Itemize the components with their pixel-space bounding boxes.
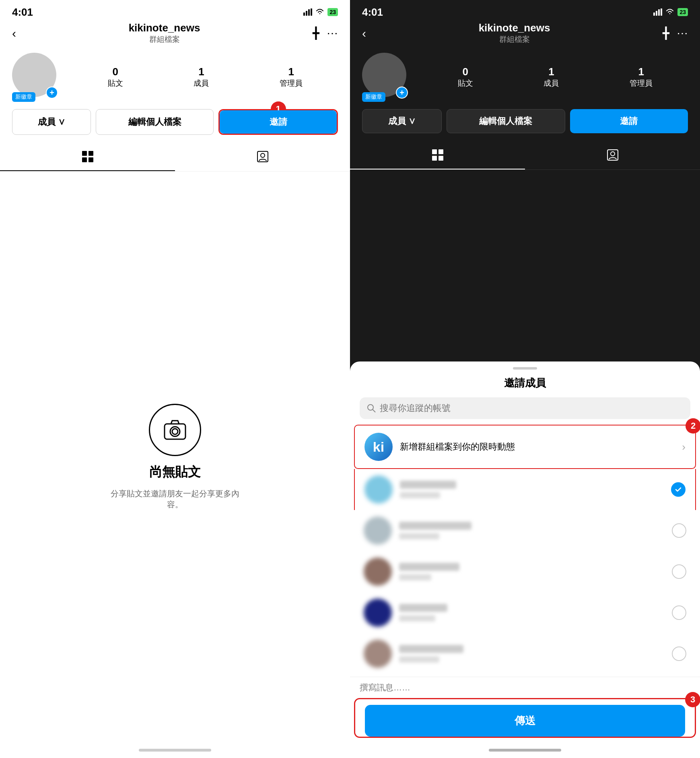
right-invite-button[interactable]: 邀請: [570, 109, 688, 133]
contact-info-1: [400, 481, 664, 498]
right-stat-members-num: 1: [548, 66, 554, 78]
right-profile-header: ‹ kikinote_news 群組檔案 ╋ ⋯: [350, 22, 700, 47]
right-person-icon: [606, 149, 619, 161]
sheet-search[interactable]: [360, 397, 690, 419]
right-home-bar: [489, 749, 561, 752]
right-back-button[interactable]: ‹: [362, 27, 366, 40]
right-stat-members: 1 成員: [544, 66, 559, 89]
right-new-badge: 新徽章: [362, 92, 385, 102]
left-member-button[interactable]: 成員 ∨: [12, 109, 91, 135]
left-home-indicator: [0, 742, 350, 758]
left-avatar-plus[interactable]: +: [46, 87, 58, 99]
contact-row-1[interactable]: [354, 469, 696, 510]
radio-checked-1[interactable]: [671, 482, 686, 497]
right-more-button[interactable]: ⋯: [677, 27, 688, 40]
add-story-row[interactable]: ki 新增群組檔案到你的限時動態 › 2: [354, 425, 696, 469]
svg-rect-1: [306, 11, 307, 16]
wifi-icon: [315, 9, 324, 15]
back-button[interactable]: ‹: [12, 27, 16, 40]
chevron-right-icon: ›: [682, 441, 686, 453]
svg-rect-18: [439, 149, 443, 154]
svg-rect-2: [308, 9, 310, 16]
left-stat-members-label: 成員: [194, 78, 209, 89]
right-wifi-icon: [665, 9, 674, 15]
contact-sub-5: [399, 656, 439, 663]
contact-name-2: [399, 522, 471, 530]
add-button[interactable]: ╋: [313, 27, 319, 40]
radio-2[interactable]: [672, 523, 686, 538]
left-status-icons: 23: [303, 8, 338, 16]
svg-point-12: [172, 429, 178, 434]
battery-icon: 23: [327, 8, 338, 16]
left-stat-posts: 0 貼文: [108, 66, 123, 89]
right-stat-admins-label: 管理員: [630, 78, 653, 89]
right-stat-posts-num: 0: [463, 66, 468, 78]
contact-sub-3: [399, 574, 431, 580]
camera-icon: [163, 419, 187, 441]
step-badge-2: 2: [686, 418, 700, 434]
left-invite-button[interactable]: 邀請: [220, 110, 337, 134]
right-stat-admins: 1 管理員: [630, 66, 653, 89]
right-status-bar: 4:01 23: [350, 0, 700, 22]
svg-rect-4: [82, 151, 87, 156]
left-action-buttons: 成員 ∨ 編輯個人檔案 1 邀請: [0, 105, 350, 139]
contact-row-2[interactable]: [354, 510, 696, 551]
left-subtitle: 群組檔案: [16, 34, 313, 45]
step-badge-3: 3: [685, 692, 700, 707]
left-stat-admins-label: 管理員: [280, 78, 303, 89]
radio-5[interactable]: [672, 646, 686, 661]
message-input-row: [350, 677, 700, 698]
right-stat-posts: 0 貼文: [458, 66, 473, 89]
camera-circle: [149, 404, 201, 456]
message-input[interactable]: [360, 683, 690, 692]
right-edit-button[interactable]: 編輯個人檔案: [447, 109, 565, 133]
contact-info-5: [399, 645, 665, 663]
svg-rect-19: [432, 156, 437, 161]
right-panel: 4:01 23 ‹ kikinote_news 群組檔案 ╋ ⋯ 新徽章 +: [350, 0, 700, 758]
left-new-badge: 新徽章: [12, 92, 35, 102]
left-tab-grid[interactable]: [0, 143, 175, 171]
left-status-bar: 4:01 23: [0, 0, 350, 22]
svg-rect-0: [303, 12, 305, 16]
left-avatar-wrap: 新徽章 +: [12, 53, 60, 101]
left-stat-members: 1 成員: [194, 66, 209, 89]
right-tab-tagged[interactable]: [525, 141, 700, 169]
contact-row-3[interactable]: [354, 551, 696, 592]
left-time: 4:01: [12, 6, 33, 19]
left-stat-admins: 1 管理員: [280, 66, 303, 89]
svg-rect-17: [432, 149, 437, 154]
left-header-top: ‹ kikinote_news 群組檔案 ╋ ⋯: [12, 22, 338, 45]
contact-avatar-1: [364, 475, 393, 504]
contact-row-4[interactable]: [354, 592, 696, 633]
svg-rect-20: [439, 156, 443, 161]
right-tab-grid[interactable]: [350, 141, 525, 169]
left-username: kikinote_news: [16, 22, 313, 34]
svg-line-24: [373, 409, 375, 412]
right-home-indicator: [350, 742, 700, 758]
svg-point-9: [261, 153, 265, 157]
svg-rect-7: [89, 157, 93, 162]
left-tab-tagged[interactable]: [175, 143, 350, 171]
left-invite-highlight: 1 邀請: [218, 109, 338, 135]
signal-icon: [303, 8, 312, 16]
right-member-button[interactable]: 成員 ∨: [362, 109, 442, 133]
left-edit-button[interactable]: 編輯個人檔案: [96, 109, 214, 135]
right-stat-posts-label: 貼文: [458, 78, 473, 89]
contact-sub-2: [399, 533, 439, 539]
search-input[interactable]: [380, 403, 683, 413]
right-add-button[interactable]: ╋: [663, 27, 669, 40]
svg-rect-6: [82, 157, 87, 162]
contact-info-2: [399, 522, 665, 539]
more-button[interactable]: ⋯: [327, 27, 338, 40]
radio-3[interactable]: [672, 564, 686, 579]
right-stat-admins-num: 1: [638, 66, 644, 78]
svg-rect-3: [311, 8, 312, 16]
person-icon: [256, 150, 269, 163]
radio-4[interactable]: [672, 605, 686, 620]
left-header-title: kikinote_news 群組檔案: [16, 22, 313, 45]
contact-row-5[interactable]: [354, 633, 696, 674]
send-btn-wrap: 3 傳送: [354, 698, 696, 738]
right-avatar-plus[interactable]: +: [396, 87, 408, 99]
right-username: kikinote_news: [366, 22, 663, 34]
send-button[interactable]: 傳送: [365, 705, 685, 737]
